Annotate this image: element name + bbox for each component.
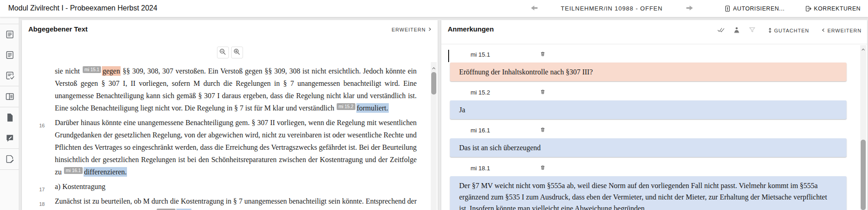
- highlighted-text: differenzieren.: [84, 167, 127, 177]
- submitted-text-panel: Abgegebener Text ERWEITERN sie nicht mi …: [22, 20, 438, 210]
- text-segment: a) Kostentragung: [55, 183, 106, 190]
- page-edit-icon: [5, 154, 15, 164]
- expand-text-panel-button[interactable]: ERWEITERN: [392, 27, 432, 32]
- annotation-header: mi 15.2: [471, 88, 867, 98]
- annotations-scrollbar[interactable]: [860, 45, 866, 210]
- trash-icon: [540, 89, 545, 95]
- delete-annotation-button[interactable]: [540, 51, 545, 57]
- annotation-item: mi 15.1Eröffnung der Inhaltskontrolle na…: [441, 50, 867, 81]
- left-panel-title: Abgegebener Text: [28, 25, 88, 33]
- chevron-up-icon: [432, 64, 436, 72]
- document-zoom-toolbar: [22, 45, 438, 60]
- sidebar: [0, 17, 19, 210]
- sidebar-item-article[interactable]: [0, 45, 19, 65]
- annotations-panel: Anmerkungen GUTACHTEN ERWEITERN: [441, 20, 867, 210]
- expand-text-label: ERWEITERN: [392, 27, 426, 32]
- document-content: sie nicht mi 15.1gegen §§ 309, 308, 307 …: [55, 65, 417, 210]
- sidebar-item-document-check[interactable]: [0, 65, 19, 86]
- trash-icon: [540, 126, 545, 133]
- corrections-label: KORREKTUREN: [814, 5, 861, 12]
- sidebar-item-note-edit[interactable]: [0, 128, 19, 148]
- annotations-list: mi 15.1Eröffnung der Inhaltskontrolle na…: [441, 44, 867, 210]
- filter-button[interactable]: [745, 26, 760, 35]
- page-icon: [5, 113, 15, 122]
- reader-icon: [5, 92, 15, 101]
- sidebar-separator: [0, 169, 19, 170]
- text-segment: Zunächst ist zu beurteilen, ob M durch d…: [55, 197, 417, 210]
- annotation-header: mi 16.1: [471, 126, 867, 136]
- expand-annotations-label: ERWEITERN: [827, 28, 862, 33]
- annotation-label[interactable]: mi 15.1: [471, 51, 490, 58]
- highlighted-text: gegen: [102, 66, 120, 76]
- annotation-label[interactable]: mi 15.2: [471, 89, 490, 96]
- annotations-scroll-area[interactable]: mi 15.1Eröffnung der Inhaltskontrolle na…: [441, 44, 867, 210]
- scroll-up-button[interactable]: [860, 46, 866, 52]
- annotations-toolbar: GUTACHTEN ERWEITERN: [714, 26, 862, 35]
- chevron-left-icon: [821, 28, 826, 33]
- line-number: 17: [34, 184, 45, 196]
- delete-annotation-button[interactable]: [540, 89, 545, 95]
- annotation-label[interactable]: mi 18.1: [471, 165, 490, 172]
- expand-annotations-button[interactable]: ERWEITERN: [821, 28, 862, 33]
- accept-all-button[interactable]: [714, 26, 729, 35]
- document-check-icon: [5, 71, 15, 80]
- document-scroll-area[interactable]: sie nicht mi 15.1gegen §§ 309, 308, 307 …: [22, 62, 438, 210]
- sort-updown-icon: [767, 27, 773, 34]
- participant-label: TEILNEHMER/IN 10988 - OFFEN: [561, 5, 663, 12]
- arrow-right-icon: [686, 5, 693, 12]
- annotation-marker-badge[interactable]: mi 15.2: [337, 103, 355, 110]
- document-paragraph: 17a) Kostentragung: [55, 180, 417, 193]
- previous-participant-button[interactable]: [529, 5, 539, 13]
- sidebar-item-article[interactable]: [0, 24, 19, 45]
- document-scrollbar-thumb[interactable]: [431, 72, 436, 94]
- annotation-header: mi 15.1: [471, 50, 867, 60]
- topbar-actions: AUTORISIEREN... KORREKTUREN: [724, 0, 861, 17]
- annotation-comment-card[interactable]: Das ist an sich überzeugend: [450, 138, 847, 157]
- person-icon: [733, 26, 741, 35]
- page-title: Modul Zivilrecht I - Probeexamen Herbst …: [8, 4, 157, 12]
- note-edit-icon: [5, 133, 15, 143]
- annotations-scrollbar-thumb[interactable]: [861, 140, 866, 210]
- sidebar-item-reader[interactable]: [0, 86, 19, 107]
- selection-indicator: [448, 50, 449, 62]
- document-paragraph: sie nicht mi 15.1gegen §§ 309, 308, 307 …: [55, 65, 417, 114]
- article-icon: [5, 50, 15, 60]
- annotation-item: mi 16.1Das ist an sich überzeugend: [441, 126, 867, 157]
- next-participant-button[interactable]: [684, 5, 694, 13]
- chevron-right-icon: [428, 27, 432, 32]
- gutachten-sort-button[interactable]: GUTACHTEN: [767, 27, 810, 34]
- authorize-button[interactable]: AUTORISIEREN...: [724, 5, 785, 12]
- annotation-comment-card[interactable]: Der §7 MV weicht nicht vom §555a ab, wei…: [450, 176, 847, 210]
- right-panel-title: Anmerkungen: [448, 25, 494, 33]
- annotation-item: mi 15.2Ja: [441, 88, 867, 119]
- document-scrollbar[interactable]: [431, 62, 437, 210]
- workspace: Abgegebener Text ERWEITERN sie nicht mi …: [0, 17, 868, 210]
- topbar: Modul Zivilrecht I - Probeexamen Herbst …: [0, 0, 868, 17]
- magnifier-plus-icon: [233, 48, 241, 57]
- line-number: 16: [34, 120, 45, 132]
- scroll-up-button[interactable]: [431, 65, 437, 71]
- line-number: 18: [34, 198, 45, 210]
- trash-icon: [540, 164, 545, 171]
- corrector-button[interactable]: [729, 26, 745, 35]
- zoom-in-button[interactable]: [231, 47, 243, 58]
- annotation-comment-card[interactable]: Eröffnung der Inhaltskontrolle nach §307…: [450, 63, 847, 81]
- zoom-out-button[interactable]: [217, 47, 229, 58]
- annotation-marker-badge[interactable]: mi 16.1: [64, 167, 83, 174]
- article-icon: [5, 30, 15, 39]
- sidebar-item-page-edit[interactable]: [0, 149, 19, 169]
- delete-annotation-button[interactable]: [540, 164, 545, 171]
- double-check-icon: [717, 26, 725, 35]
- annotation-label[interactable]: mi 16.1: [471, 127, 490, 134]
- arrow-left-icon: [530, 5, 538, 12]
- text-segment: sie nicht: [55, 67, 82, 75]
- delete-annotation-button[interactable]: [540, 126, 545, 133]
- corrections-button[interactable]: KORREKTUREN: [805, 5, 861, 12]
- annotation-item: mi 18.1Der §7 MV weicht nicht vom §555a …: [441, 163, 867, 210]
- sidebar-item-page[interactable]: [0, 107, 19, 128]
- trash-icon: [540, 51, 545, 57]
- authorize-document-icon: [724, 5, 731, 12]
- annotation-comment-card[interactable]: Ja: [450, 100, 847, 119]
- annotation-header: mi 18.1: [471, 163, 867, 173]
- annotation-marker-badge[interactable]: mi 15.1: [83, 66, 101, 73]
